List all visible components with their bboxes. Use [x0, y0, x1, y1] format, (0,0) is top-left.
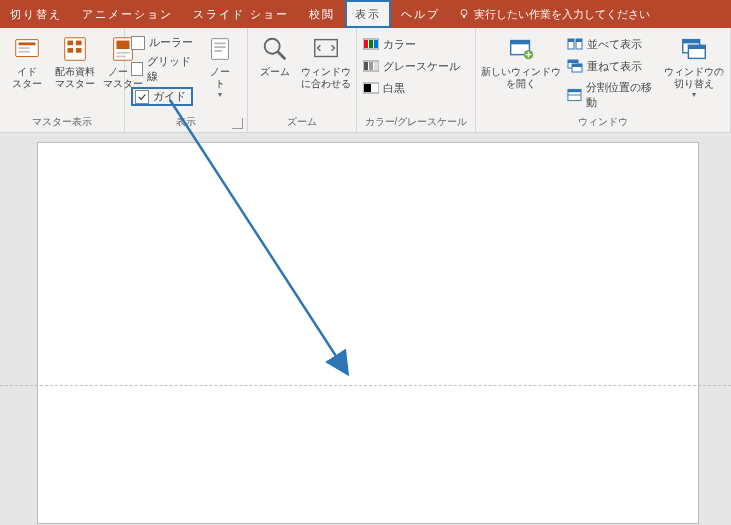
tab-help[interactable]: ヘルプ: [391, 0, 450, 28]
handout-master-label: 配布資料 マスター: [55, 66, 95, 90]
move-split-button[interactable]: 分割位置の移動: [567, 78, 658, 112]
svg-rect-31: [364, 84, 371, 92]
tab-view[interactable]: 表示: [345, 0, 391, 28]
slide-master-button[interactable]: イド スター: [6, 32, 48, 90]
ribbon: イド スター 配布資料 マスター ノート マスター マスター表示 ルーラー: [0, 28, 731, 133]
svg-rect-1: [463, 16, 465, 18]
checkbox-icon: [131, 62, 143, 76]
svg-rect-7: [68, 41, 74, 46]
svg-rect-16: [214, 42, 225, 44]
arrange-all-button[interactable]: 並べて表示: [567, 34, 658, 54]
svg-rect-45: [568, 89, 581, 92]
fit-window-button[interactable]: ウィンドウ に合わせる: [302, 32, 350, 90]
tab-animations[interactable]: アニメーション: [72, 0, 183, 28]
svg-rect-37: [568, 39, 574, 42]
notes-icon: [205, 34, 235, 64]
notes-pane-label: ノー ト: [210, 66, 230, 90]
group-master-label: マスター表示: [0, 113, 124, 132]
tab-transitions[interactable]: 切り替え: [0, 0, 72, 28]
switch-windows-label: ウィンドウの 切り替え: [664, 66, 724, 90]
tell-me-label: 実行したい作業を入力してください: [474, 7, 650, 22]
new-window-button[interactable]: 新しいウィンドウ を開く: [482, 32, 561, 90]
arrange-icon: [567, 36, 583, 52]
gridlines-checkbox[interactable]: グリッド線: [131, 53, 193, 85]
arrange-label: 並べて表示: [587, 37, 642, 52]
group-color: カラー グレースケール 白黒 カラー/グレースケール: [357, 28, 476, 132]
svg-point-19: [265, 39, 280, 54]
chevron-down-icon: ▾: [218, 90, 222, 99]
svg-rect-47: [683, 40, 700, 44]
svg-rect-9: [68, 48, 74, 53]
group-zoom: ズーム ウィンドウ に合わせる ズーム: [248, 28, 357, 132]
svg-rect-25: [374, 40, 378, 48]
group-show-label: 表示: [125, 113, 247, 132]
guides-label: ガイド: [153, 89, 186, 104]
chevron-down-icon: ▾: [692, 90, 696, 99]
zoom-label: ズーム: [260, 66, 290, 78]
group-zoom-label: ズーム: [248, 113, 356, 132]
svg-rect-49: [688, 45, 705, 49]
checkbox-icon: [131, 36, 145, 50]
lightbulb-icon: [458, 8, 470, 20]
svg-rect-17: [214, 46, 225, 48]
dialog-launcher-icon[interactable]: [232, 118, 243, 129]
cascade-icon: [567, 58, 583, 74]
grayscale-label: グレースケール: [383, 59, 460, 74]
svg-rect-28: [369, 62, 373, 70]
bw-label: 白黒: [383, 81, 405, 96]
switch-windows-button[interactable]: ウィンドウの 切り替え ▾: [664, 32, 724, 99]
color-button[interactable]: カラー: [363, 34, 460, 54]
svg-rect-40: [568, 60, 578, 63]
grayscale-button[interactable]: グレースケール: [363, 56, 460, 76]
svg-rect-3: [19, 42, 36, 45]
group-master: イド スター 配布資料 マスター ノート マスター マスター表示: [0, 28, 125, 132]
horizontal-guide[interactable]: [0, 385, 731, 386]
move-split-label: 分割位置の移動: [586, 80, 658, 110]
new-window-label: 新しいウィンドウ を開く: [481, 66, 561, 90]
switch-windows-icon: [679, 34, 709, 64]
tab-review[interactable]: 校閲: [299, 0, 345, 28]
tell-me[interactable]: 実行したい作業を入力してください: [450, 0, 658, 28]
blackwhite-icon: [363, 80, 379, 96]
slide[interactable]: [38, 143, 698, 523]
zoom-icon: [260, 34, 290, 64]
svg-rect-24: [369, 40, 373, 48]
group-window-label: ウィンドウ: [476, 113, 730, 132]
bw-button[interactable]: 白黒: [363, 78, 460, 98]
fit-window-icon: [311, 34, 341, 64]
handout-master-icon: [60, 34, 90, 64]
color-swatch-icon: [363, 36, 379, 52]
svg-rect-23: [364, 40, 368, 48]
svg-rect-10: [76, 48, 82, 53]
gridlines-label: グリッド線: [147, 54, 193, 84]
cascade-label: 重ねて表示: [587, 59, 642, 74]
checkbox-checked-icon: [135, 90, 149, 104]
split-icon: [567, 87, 582, 103]
slide-master-icon: [12, 34, 42, 64]
group-color-label: カラー/グレースケール: [357, 113, 475, 132]
svg-rect-4: [19, 47, 30, 49]
ruler-label: ルーラー: [149, 35, 193, 50]
svg-rect-5: [19, 51, 30, 53]
svg-rect-27: [364, 62, 368, 70]
svg-rect-8: [76, 41, 82, 46]
ruler-checkbox[interactable]: ルーラー: [131, 34, 193, 51]
svg-line-20: [278, 52, 286, 60]
group-show: ルーラー グリッド線 ガイド ノー ト ▾ 表示: [125, 28, 248, 132]
handout-master-button[interactable]: 配布資料 マスター: [54, 32, 96, 90]
svg-rect-38: [576, 39, 582, 42]
cascade-button[interactable]: 重ねて表示: [567, 56, 658, 76]
zoom-button[interactable]: ズーム: [254, 32, 296, 78]
color-label: カラー: [383, 37, 416, 52]
svg-rect-33: [511, 41, 530, 45]
new-window-icon: [506, 34, 536, 64]
fit-window-label: ウィンドウ に合わせる: [301, 66, 351, 90]
svg-rect-42: [572, 64, 582, 67]
guides-checkbox[interactable]: ガイド: [131, 87, 193, 106]
notes-pane-button[interactable]: ノー ト ▾: [199, 32, 241, 99]
svg-rect-15: [212, 39, 229, 60]
svg-rect-18: [214, 50, 222, 52]
tab-slideshow[interactable]: スライド ショー: [183, 0, 299, 28]
svg-rect-29: [374, 62, 378, 70]
slide-master-label: イド スター: [12, 66, 42, 90]
